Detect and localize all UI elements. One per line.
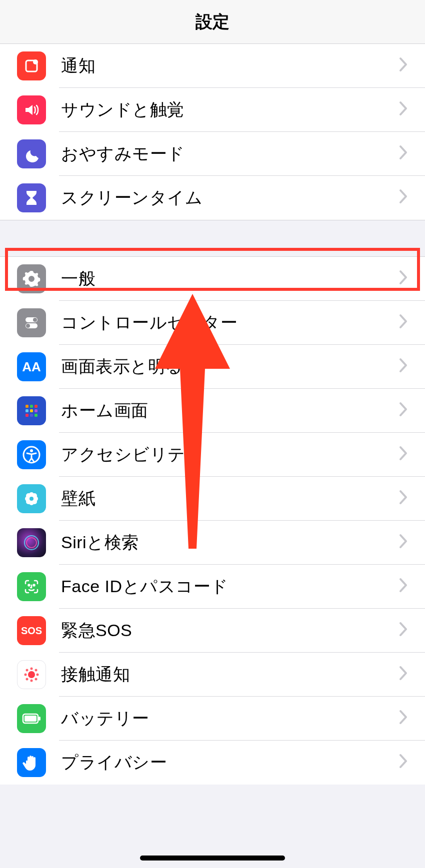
chevron-right-icon — [399, 622, 408, 640]
chevron-right-icon — [399, 490, 408, 508]
face-icon — [17, 572, 46, 601]
page-title: 設定 — [196, 10, 230, 33]
svg-point-38 — [35, 678, 38, 681]
row-notifications[interactable]: 通知 — [0, 44, 425, 88]
row-label: 接触通知 — [61, 663, 399, 686]
svg-point-28 — [28, 585, 30, 586]
hand-icon — [17, 748, 46, 777]
toggles-icon — [17, 308, 46, 337]
svg-rect-14 — [34, 414, 38, 417]
row-dnd[interactable]: おやすみモード — [0, 132, 425, 176]
row-label: 一般 — [61, 267, 399, 290]
svg-rect-10 — [30, 409, 33, 412]
svg-point-33 — [24, 674, 27, 676]
row-label: Face IDとパスコード — [61, 575, 399, 598]
row-label: スクリーンタイム — [61, 186, 399, 209]
row-general[interactable]: 一般 — [0, 257, 425, 301]
chevron-right-icon — [399, 754, 408, 772]
row-faceid[interactable]: Face IDとパスコード — [0, 565, 425, 609]
row-label: バッテリー — [61, 707, 399, 730]
hourglass-icon — [17, 183, 46, 212]
svg-rect-41 — [38, 717, 40, 721]
battery-icon — [17, 704, 46, 733]
svg-point-36 — [35, 669, 38, 672]
row-label: 壁紙 — [61, 487, 399, 510]
row-accessibility[interactable]: アクセシビリティ — [0, 433, 425, 477]
row-label: プライバシー — [61, 751, 399, 774]
row-label: 画面表示と明るさ — [61, 355, 399, 378]
svg-point-25 — [30, 497, 34, 501]
svg-rect-13 — [30, 414, 33, 417]
row-wallpaper[interactable]: 壁紙 — [0, 477, 425, 521]
settings-group-2: 一般 コントロールセンター AA 画面表示と明るさ — [0, 256, 425, 785]
chevron-right-icon — [399, 189, 408, 207]
chevron-right-icon — [399, 314, 408, 332]
settings-group-1: 通知 サウンドと触覚 おやすみモード スクリーンタイム — [0, 44, 425, 220]
row-label: 通知 — [61, 54, 399, 77]
chevron-right-icon — [399, 710, 408, 728]
svg-rect-12 — [26, 414, 28, 417]
row-label: コントロールセンター — [61, 311, 399, 334]
svg-point-30 — [28, 671, 35, 678]
header-bar: 設定 — [0, 0, 425, 44]
svg-point-3 — [33, 318, 37, 322]
chevron-right-icon — [399, 57, 408, 75]
svg-rect-11 — [34, 409, 38, 412]
svg-rect-40 — [24, 716, 36, 722]
chevron-right-icon — [399, 402, 408, 420]
notifications-icon — [17, 51, 46, 80]
svg-point-34 — [36, 674, 39, 676]
svg-point-5 — [26, 324, 30, 328]
home-indicator[interactable] — [140, 856, 285, 861]
row-label: Siriと検索 — [61, 531, 399, 554]
section-gap — [0, 220, 425, 256]
row-sounds[interactable]: サウンドと触覚 — [0, 88, 425, 132]
svg-point-32 — [30, 680, 33, 682]
chevron-right-icon — [399, 666, 408, 684]
speaker-icon — [17, 95, 46, 124]
row-home-screen[interactable]: ホーム画面 — [0, 389, 425, 433]
flower-icon — [17, 484, 46, 513]
row-label: おやすみモード — [61, 142, 399, 165]
grid-icon — [17, 396, 46, 425]
text-size-icon: AA — [17, 352, 46, 381]
chevron-right-icon — [399, 446, 408, 464]
svg-rect-9 — [26, 409, 28, 412]
chevron-right-icon — [399, 578, 408, 596]
svg-point-1 — [33, 59, 38, 64]
chevron-right-icon — [399, 534, 408, 552]
row-control-center[interactable]: コントロールセンター — [0, 301, 425, 345]
row-exposure[interactable]: 接触通知 — [0, 653, 425, 697]
chevron-right-icon — [399, 358, 408, 376]
accessibility-icon — [17, 440, 46, 469]
chevron-right-icon — [399, 270, 408, 288]
siri-icon — [17, 528, 46, 557]
svg-point-29 — [34, 585, 35, 586]
row-label: サウンドと触覚 — [61, 98, 399, 121]
row-sos[interactable]: SOS 緊急SOS — [0, 609, 425, 653]
chevron-right-icon — [399, 145, 408, 163]
row-battery[interactable]: バッテリー — [0, 697, 425, 741]
sos-icon: SOS — [17, 616, 46, 645]
svg-point-35 — [26, 669, 28, 672]
row-label: ホーム画面 — [61, 399, 399, 422]
svg-point-31 — [30, 668, 33, 670]
exposure-icon — [17, 660, 46, 689]
gear-icon — [17, 264, 46, 293]
row-screen-time[interactable]: スクリーンタイム — [0, 176, 425, 220]
svg-point-37 — [26, 678, 28, 681]
svg-point-27 — [26, 538, 36, 548]
row-siri[interactable]: Siriと検索 — [0, 521, 425, 565]
row-label: アクセシビリティ — [61, 443, 399, 466]
moon-icon — [17, 139, 46, 168]
row-privacy[interactable]: プライバシー — [0, 741, 425, 785]
svg-rect-8 — [34, 405, 38, 408]
svg-rect-7 — [30, 405, 33, 408]
svg-point-16 — [30, 449, 33, 452]
row-label: 緊急SOS — [61, 619, 399, 642]
svg-rect-6 — [26, 405, 28, 408]
row-display[interactable]: AA 画面表示と明るさ — [0, 345, 425, 389]
chevron-right-icon — [399, 101, 408, 119]
